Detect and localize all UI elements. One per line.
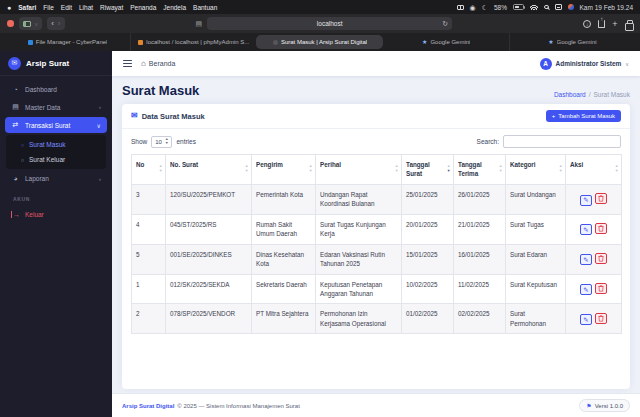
col-header-no[interactable]: No ▲▼: [132, 155, 166, 185]
cell-pengirim: Sekretaris Daerah: [252, 274, 316, 304]
edit-button[interactable]: ✎: [580, 195, 592, 206]
sidebar-item-dashboard[interactable]: ◔ Dashboard: [5, 82, 107, 97]
add-surat-masuk-button[interactable]: + Tambah Surat Masuk: [546, 110, 621, 122]
cell-tanggal-surat: 20/01/2025: [402, 214, 454, 244]
cell-no-surat: 045/ST/2025/RS: [166, 214, 252, 244]
tab-overview-icon[interactable]: [627, 20, 634, 27]
col-header-pengirim[interactable]: Pengirim ▲▼: [252, 155, 316, 185]
cell-tanggal-terima: 11/02/2025: [454, 274, 506, 304]
address-bar[interactable]: localhost ↻: [207, 17, 452, 30]
input-source-icon[interactable]: [555, 4, 562, 10]
chevron-left-icon: ‹: [99, 104, 101, 110]
col-header-tanggal-surat[interactable]: Tanggal Surat ▲▼: [402, 155, 454, 185]
apple-logo-icon[interactable]: ●: [7, 4, 11, 11]
col-header-tanggal-terima[interactable]: Tanggal Terima ▲▼: [454, 155, 506, 185]
edit-button[interactable]: ✎: [580, 284, 592, 295]
spotlight-search-icon[interactable]: [544, 5, 549, 10]
cell-no-surat: 001/SE/2025/DINKES: [166, 244, 252, 274]
edit-button[interactable]: ✎: [580, 224, 592, 235]
menubar-item-edit[interactable]: Edit: [61, 4, 72, 11]
sidebar-item-master-data[interactable]: ▤ Master Data ‹: [5, 99, 107, 115]
delete-button[interactable]: [595, 223, 607, 234]
shield-icon[interactable]: ◉: [470, 4, 476, 11]
menubar-item-bantuan[interactable]: Bantuan: [193, 4, 217, 11]
share-icon[interactable]: [598, 20, 605, 28]
cell-perihal: Surat Tugas Kunjungan Kerja: [316, 214, 402, 244]
search-input[interactable]: [503, 135, 621, 148]
col-header-perihal[interactable]: Perihal ▲▼: [316, 155, 402, 185]
pencil-icon: ✎: [583, 315, 588, 325]
forward-button[interactable]: ›: [58, 19, 61, 28]
cell-pengirim: Dinas Kesehatan Kota: [252, 244, 316, 274]
col-header-aksi[interactable]: Aksi ▲▼: [566, 155, 622, 185]
menubar-item-jendela[interactable]: Jendela: [163, 4, 186, 11]
cell-perihal: Keputusan Penetapan Anggaran Tahunan: [316, 274, 402, 304]
breadcrumb-dashboard-link[interactable]: Dashboard: [554, 91, 586, 98]
menubar-item-lihat[interactable]: Lihat: [79, 4, 93, 11]
tab-google-gemini-2[interactable]: ★ Google Gemini: [509, 33, 635, 51]
circle-icon: ○: [21, 157, 24, 163]
reader-view-icon[interactable]: ▤: [196, 20, 203, 28]
sidebar-toggle-group[interactable]: ∨: [19, 17, 43, 30]
home-icon: ⌂: [141, 60, 146, 68]
wifi-icon[interactable]: [530, 5, 538, 10]
col-header-no-surat[interactable]: No. Surat ▲▼: [166, 155, 252, 185]
sidebar-item-transaksi-surat[interactable]: ⇄ Transaksi Surat ∨: [5, 117, 107, 133]
sort-icon: ▲▼: [159, 165, 163, 173]
edit-button[interactable]: ✎: [580, 254, 592, 265]
app-footer: Arsip Surat Digital © 2025 — Sistem Info…: [112, 393, 640, 417]
table-row: 5 001/SE/2025/DINKES Dinas Kesehatan Kot…: [132, 244, 622, 274]
envelope-icon: ✉: [131, 112, 138, 120]
tab-phpmyadmin[interactable]: localhost / localhost | phpMyAdmin S...: [130, 33, 256, 51]
menubar-item-riwayat[interactable]: Riwayat: [100, 4, 123, 11]
gauge-icon: ◔: [11, 86, 20, 93]
edit-button[interactable]: ✎: [580, 314, 592, 325]
reload-icon[interactable]: ↻: [442, 20, 448, 28]
cell-tanggal-terima: 02/02/2025: [454, 304, 506, 334]
col-header-kategori[interactable]: Kategori ▲▼: [506, 155, 566, 185]
delete-button[interactable]: [595, 313, 607, 324]
brand[interactable]: ✉ Arsip Surat: [0, 51, 112, 76]
delete-button[interactable]: [595, 253, 607, 264]
avatar: A: [540, 58, 552, 70]
sidebar-item-keluar[interactable]: → Keluar: [5, 207, 107, 222]
sort-icon: ▲▼: [309, 165, 313, 173]
footer-copyright: Arsip Surat Digital © 2025 — Sistem Info…: [122, 403, 300, 409]
sidebar-item-surat-masuk[interactable]: ○ Surat Masuk: [6, 137, 106, 152]
safari-tabbar: File Manager - CyberPanel localhost / lo…: [0, 33, 640, 51]
pencil-icon: ✎: [583, 285, 588, 295]
menubar-item-file[interactable]: File: [43, 4, 53, 11]
window-tiling-icon[interactable]: [457, 5, 464, 10]
sidebar-item-surat-keluar[interactable]: ○ Surat Keluar: [6, 152, 106, 167]
menubar-item-safari[interactable]: Safari: [18, 4, 36, 11]
tab-surat-masuk-active[interactable]: Surat Masuk | Arsip Surat Digital: [256, 35, 382, 49]
select-arrows-icon: ▲▼: [165, 138, 168, 145]
moon-icon[interactable]: ☾: [482, 4, 488, 11]
tab-google-gemini-1[interactable]: ★ Google Gemini: [383, 33, 509, 51]
safari-sidebar-icon: [23, 21, 31, 27]
entries-label: entries: [176, 138, 196, 145]
footer-brand[interactable]: Arsip Surat Digital: [122, 403, 174, 409]
menubar-item-penanda[interactable]: Penanda: [130, 4, 156, 11]
new-tab-icon[interactable]: +: [612, 19, 617, 29]
battery-icon[interactable]: [513, 4, 524, 10]
breadcrumb-current: Surat Masuk: [594, 91, 631, 98]
topbar-home-link[interactable]: ⌂ Beranda: [141, 60, 175, 68]
delete-button[interactable]: [595, 283, 607, 294]
back-button[interactable]: ‹: [51, 19, 54, 28]
table-wrap: No ▲▼ No. Surat ▲▼ Pengirim ▲▼ Perihal ▲…: [122, 152, 630, 389]
table-header-row: No ▲▼ No. Surat ▲▼ Pengirim ▲▼ Perihal ▲…: [132, 155, 622, 185]
menubar-clock[interactable]: Kam 19 Feb 19.24: [580, 4, 633, 11]
control-center-icon[interactable]: [568, 4, 574, 10]
page-length-select[interactable]: 10 ▲▼: [151, 136, 172, 148]
address-url: localhost: [317, 20, 343, 27]
footer-text: © 2025 — Sistem Informasi Manajemen Sura…: [177, 403, 299, 409]
window-close-button[interactable]: [7, 20, 14, 27]
user-menu[interactable]: A Administrator Sistem ∨: [540, 58, 629, 70]
table-row: 2 078/SP/2025/VENDOR PT Mitra Sejahtera …: [132, 304, 622, 334]
delete-button[interactable]: [595, 193, 607, 204]
tab-file-manager[interactable]: File Manager - CyberPanel: [5, 33, 130, 51]
downloads-icon[interactable]: ↓: [583, 20, 591, 28]
sidebar-toggle-icon[interactable]: [123, 60, 132, 67]
sidebar-item-laporan[interactable]: ◕ Laporan ‹: [5, 171, 107, 186]
